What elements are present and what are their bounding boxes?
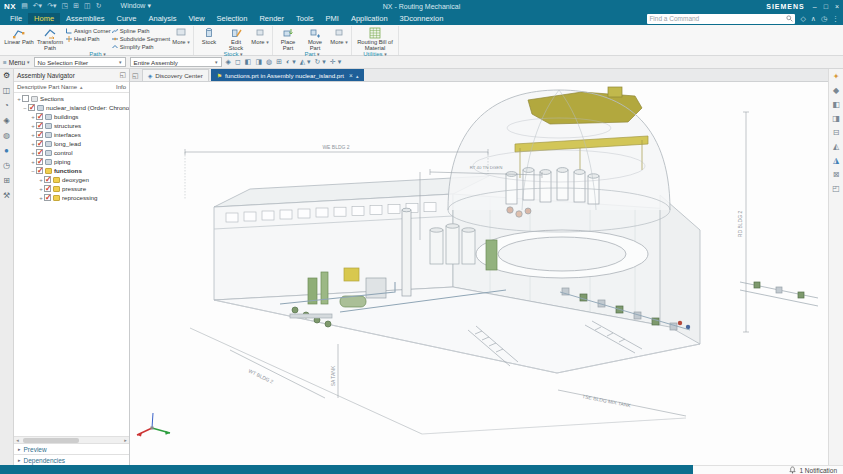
visibility-checkbox[interactable] (36, 158, 43, 165)
tree-row-functions[interactable]: − functions (14, 166, 129, 175)
transform-path-button[interactable]: Transform Path (35, 26, 65, 51)
process-studio-icon[interactable]: ⊞ (3, 176, 10, 185)
maximize-button[interactable]: □ (824, 3, 828, 10)
fullscreen-icon[interactable]: ◇ (800, 15, 805, 23)
rotate-view-icon[interactable]: ↻ ▾ (315, 58, 326, 66)
menu-button[interactable]: ≡ Menu ▾ (3, 59, 30, 66)
pan-view-icon[interactable]: ✛ ▾ (330, 58, 341, 66)
overflow-menu-icon[interactable]: ⋮ (832, 15, 839, 23)
column-descriptive-part-name[interactable]: Descriptive Part Name (17, 84, 77, 90)
section-view-icon[interactable]: ◨ (832, 114, 840, 123)
close-button[interactable]: × (835, 3, 839, 10)
tree-row-interfaces[interactable]: + interfaces (14, 130, 129, 139)
stock-button[interactable]: Stock (196, 26, 222, 51)
window-layout-icon[interactable]: ⊠ (833, 170, 840, 179)
clip-section-icon[interactable]: ⊟ (833, 128, 840, 137)
history-icon[interactable]: ◷ (821, 15, 827, 23)
visibility-checkbox[interactable] (36, 149, 43, 156)
tree-row-piping[interactable]: + piping (14, 157, 129, 166)
web-browser-icon[interactable]: ● (4, 146, 9, 155)
tree-row-long-lead[interactable]: + long_lead (14, 139, 129, 148)
minimize-button[interactable]: ‒ (813, 3, 817, 10)
tree-row-deoxygen[interactable]: + deoxygen (14, 175, 129, 184)
dependencies-section[interactable]: ▸ Dependencies (14, 454, 129, 465)
predefined-views-icon[interactable]: ✦ (833, 72, 840, 81)
graphics-window[interactable]: WE BLDG 2 RT 40 TN DGEN RD BLDG 2 (130, 82, 828, 465)
menu-selection[interactable]: Selection (211, 13, 254, 24)
move-part-button[interactable]: Move Part (302, 26, 328, 51)
visibility-checkbox[interactable] (36, 113, 43, 120)
subdivide-segment-button[interactable]: Subdivide Segment (112, 35, 170, 42)
menu-tools[interactable]: Tools (290, 13, 320, 24)
visibility-checkbox[interactable] (28, 104, 35, 111)
command-search-input[interactable] (649, 14, 786, 23)
routing-bom-button[interactable]: Routing Bill of Material (354, 26, 396, 51)
path-more-button[interactable]: More ▾ (171, 26, 191, 51)
fit-view-icon[interactable]: ⊞ (276, 58, 282, 66)
highlight-icon[interactable]: ◍ (266, 58, 272, 66)
tree-row-structures[interactable]: + structures (14, 121, 129, 130)
orient-view-icon[interactable]: ◭ ▾ (300, 58, 311, 66)
stock-more-button[interactable]: More ▾ (250, 26, 270, 51)
menu-home[interactable]: Home (28, 13, 60, 24)
menu-3dconnexion[interactable]: 3Dconnexion (394, 13, 450, 24)
menu-view[interactable]: View (182, 13, 210, 24)
horizontal-scrollbar[interactable]: ◂ ▸ (14, 436, 129, 443)
place-part-button[interactable]: Place Part (275, 26, 301, 51)
select-body-icon[interactable]: ◧ (245, 58, 252, 66)
part-navigator-icon[interactable]: ◔ (4, 101, 9, 110)
command-search[interactable] (647, 14, 795, 24)
select-face-icon[interactable]: ◻ (235, 58, 241, 66)
selection-scope-combo[interactable]: Entire Assembly▾ (130, 57, 222, 67)
spline-path-button[interactable]: Spline Path (112, 27, 170, 34)
reuse-library-icon[interactable]: ◈ (3, 116, 9, 125)
assembly-navigator-tab-icon[interactable]: ⚙ (3, 71, 10, 80)
history-palette-icon[interactable]: ◷ (3, 161, 10, 170)
menu-curve[interactable]: Curve (110, 13, 142, 24)
visibility-checkbox[interactable] (36, 122, 43, 129)
assign-corner-button[interactable]: Assign Corner (66, 27, 111, 34)
display-mode-icon[interactable]: ◰ (832, 184, 840, 193)
undock-panel-icon[interactable]: ◱ (119, 71, 126, 79)
heal-path-button[interactable]: Heal Path (66, 35, 111, 42)
hd3d-tools-icon[interactable]: ◍ (3, 131, 10, 140)
tree-row-sections[interactable]: + Sections (14, 94, 129, 103)
user-view-icon[interactable]: ◮ (833, 156, 839, 165)
tab-functions-prt[interactable]: ⚑ functions.prt in Assembly nuclear_isla… (211, 69, 365, 81)
edit-stock-button[interactable]: Edit Stock (223, 26, 249, 51)
visibility-checkbox[interactable] (36, 167, 43, 174)
simplify-path-button[interactable]: Simplify Path (112, 43, 170, 50)
menu-pmi[interactable]: PMI (320, 13, 345, 24)
tree-row-nuclear-island[interactable]: − nuclear_island (Order: Chronolo... (14, 103, 129, 112)
menu-assemblies[interactable]: Assemblies (60, 13, 110, 24)
pin-tab-icon[interactable]: ▴ (356, 73, 359, 79)
tree-row-pressure[interactable]: + pressure (14, 184, 129, 193)
visibility-checkbox[interactable] (36, 131, 43, 138)
minimize-ribbon-icon[interactable]: ∧ (811, 15, 816, 23)
visibility-checkbox[interactable] (44, 185, 51, 192)
selection-filter-combo[interactable]: No Selection Filter▾ (34, 57, 126, 67)
part-more-button[interactable]: More ▾ (329, 26, 349, 51)
roles-icon[interactable]: ⚒ (3, 191, 10, 200)
tree-row-reprocessing[interactable]: + reprocessing (14, 193, 129, 202)
menu-analysis[interactable]: Analysis (142, 13, 182, 24)
select-edge-icon[interactable]: ◨ (255, 58, 262, 66)
constraint-navigator-icon[interactable]: ◫ (3, 86, 11, 95)
visibility-checkbox[interactable] (36, 140, 43, 147)
tab-discovery-center[interactable]: ◈ Discovery Center (142, 69, 209, 81)
scrollbar-thumb[interactable] (23, 438, 79, 443)
preview-section[interactable]: ▸ Preview (14, 443, 129, 454)
linear-path-button[interactable]: Linear Path (4, 26, 34, 51)
camera-icon[interactable]: ◭ (833, 142, 839, 151)
menu-render[interactable]: Render (253, 13, 290, 24)
column-info[interactable]: Info (116, 84, 126, 90)
measure-icon[interactable]: ◧ (832, 100, 840, 109)
menu-file[interactable]: File (4, 13, 28, 24)
tree-row-control[interactable]: + control (14, 148, 129, 157)
visibility-checkbox[interactable] (44, 194, 51, 201)
shaded-view-icon[interactable]: ◐ ▾ (286, 58, 296, 66)
view-triad[interactable] (137, 413, 170, 437)
tree-row-buildings[interactable]: + buildings (14, 112, 129, 121)
notification-area[interactable]: 1 Notification (693, 465, 843, 474)
snap-point-icon[interactable]: ◈ (226, 58, 231, 66)
